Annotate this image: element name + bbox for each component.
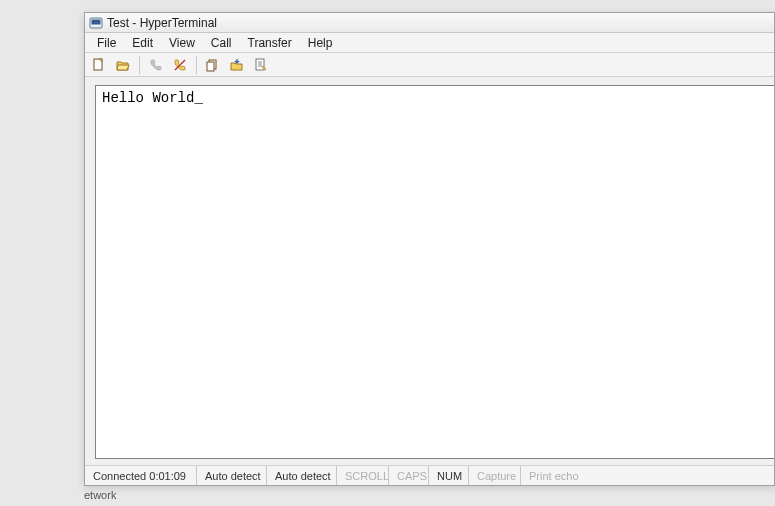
disconnect-icon[interactable] <box>170 55 190 75</box>
hyperterminal-window: Test - HyperTerminal File Edit View Call… <box>84 12 775 486</box>
status-scroll: SCROLL <box>337 466 389 485</box>
new-icon[interactable] <box>89 55 109 75</box>
statusbar: Connected 0:01:09 Auto detect Auto detec… <box>85 465 774 485</box>
titlebar[interactable]: Test - HyperTerminal <box>85 13 774 33</box>
send-icon[interactable] <box>203 55 223 75</box>
receive-icon[interactable] <box>227 55 247 75</box>
status-elapsed: 0:01:09 <box>149 470 186 482</box>
toolbar-separator <box>196 56 197 74</box>
window-title: Test - HyperTerminal <box>107 16 217 30</box>
terminal-app-icon <box>89 16 103 30</box>
client-area: Hello World_ <box>85 77 774 465</box>
call-icon[interactable] <box>146 55 166 75</box>
status-autodetect-1: Auto detect <box>197 466 267 485</box>
status-num: NUM <box>429 466 469 485</box>
background-fragment-label: etwork <box>84 489 116 501</box>
status-capture: Capture <box>469 466 521 485</box>
terminal-output[interactable]: Hello World_ <box>95 85 774 459</box>
open-icon[interactable] <box>113 55 133 75</box>
status-connected: Connected 0:01:09 <box>85 466 197 485</box>
menu-call[interactable]: Call <box>203 34 240 52</box>
svg-rect-5 <box>207 62 214 71</box>
menu-help[interactable]: Help <box>300 34 341 52</box>
svg-rect-1 <box>92 19 101 24</box>
menubar: File Edit View Call Transfer Help <box>85 33 774 53</box>
menu-edit[interactable]: Edit <box>124 34 161 52</box>
properties-icon[interactable] <box>251 55 271 75</box>
menu-transfer[interactable]: Transfer <box>240 34 300 52</box>
menu-file[interactable]: File <box>89 34 124 52</box>
status-autodetect-2: Auto detect <box>267 466 337 485</box>
status-caps: CAPS <box>389 466 429 485</box>
status-print-echo: Print echo <box>521 466 774 485</box>
toolbar-separator <box>139 56 140 74</box>
menu-view[interactable]: View <box>161 34 203 52</box>
terminal-text: Hello World <box>102 90 194 106</box>
toolbar <box>85 53 774 77</box>
cursor: _ <box>194 90 202 106</box>
